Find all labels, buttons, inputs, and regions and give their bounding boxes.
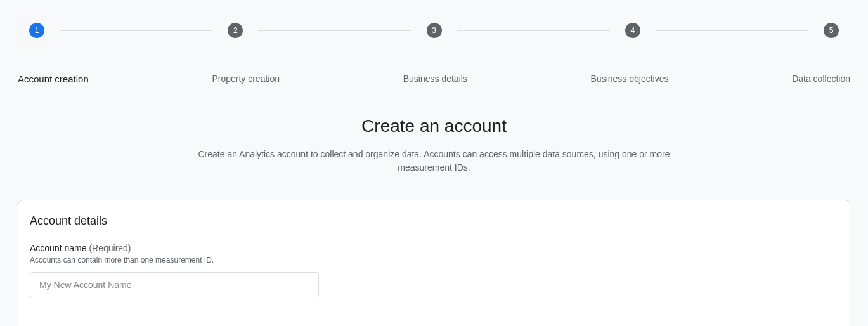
step-connector bbox=[60, 30, 212, 31]
step-3[interactable]: 3 bbox=[415, 23, 453, 38]
step-circle-1: 1 bbox=[29, 23, 44, 38]
step-label-5: Data collection bbox=[792, 74, 850, 84]
step-circle-4: 4 bbox=[625, 23, 640, 38]
step-4[interactable]: 4 bbox=[614, 23, 652, 38]
step-circle-2: 2 bbox=[228, 23, 243, 38]
step-label-3: Business details bbox=[403, 74, 467, 84]
step-label-2: Property creation bbox=[212, 74, 280, 84]
field-label-text: Account name bbox=[30, 243, 87, 253]
card-title: Account details bbox=[30, 214, 838, 228]
step-label-4: Business objectives bbox=[591, 74, 669, 84]
step-number: 3 bbox=[432, 26, 436, 35]
step-connector bbox=[258, 30, 411, 31]
step-number: 1 bbox=[35, 26, 39, 35]
step-connector bbox=[457, 30, 610, 31]
step-number: 5 bbox=[829, 26, 834, 35]
page-heading: Create an account Create an Analytics ac… bbox=[0, 116, 868, 174]
step-2[interactable]: 2 bbox=[216, 23, 254, 38]
step-circle-3: 3 bbox=[427, 23, 442, 38]
account-name-input[interactable] bbox=[30, 272, 319, 297]
page-title: Create an account bbox=[0, 116, 868, 136]
step-label-1: Account creation bbox=[18, 74, 89, 84]
account-name-label: Account name (Required) bbox=[30, 243, 838, 253]
step-circle-5: 5 bbox=[824, 23, 839, 38]
step-1[interactable]: 1 bbox=[18, 23, 56, 38]
stepper: 1 2 3 4 5 Account creation bbox=[0, 0, 868, 110]
field-required-text: (Required) bbox=[89, 243, 131, 253]
account-name-help: Accounts can contain more than one measu… bbox=[30, 256, 838, 264]
account-details-card: Account details Account name (Required) … bbox=[18, 200, 850, 326]
page-subtitle: Create an Analytics account to collect a… bbox=[187, 148, 682, 174]
step-connector bbox=[656, 30, 808, 31]
step-number: 2 bbox=[233, 26, 238, 35]
step-number: 4 bbox=[630, 26, 635, 35]
step-5[interactable]: 5 bbox=[812, 23, 850, 38]
